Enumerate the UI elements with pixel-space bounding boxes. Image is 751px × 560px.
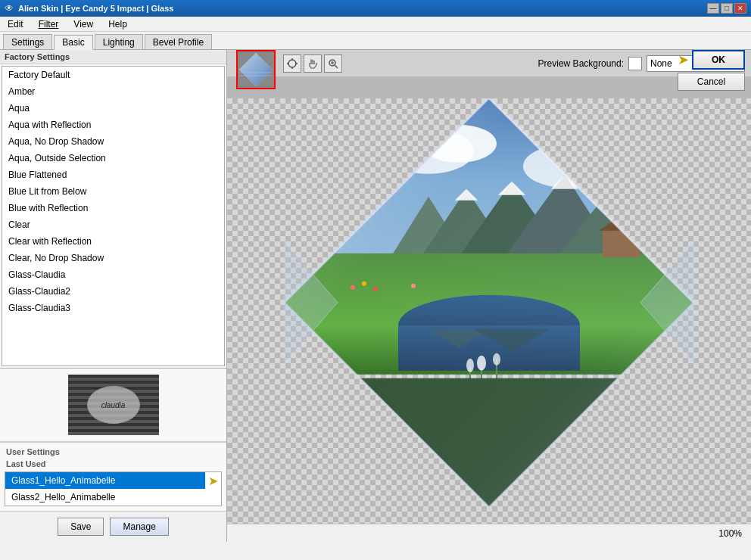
preview-bg-value: None <box>650 58 672 69</box>
list-item-clear-reflection[interactable]: Clear with Reflection <box>2 233 224 250</box>
list-item-aqua[interactable]: Aqua <box>2 100 224 117</box>
tabs-bar: Settings Basic Lighting Bevel Profile <box>0 32 751 50</box>
list-item-glass-claudia[interactable]: Glass-Claudia <box>2 266 224 283</box>
tab-bevel-profile[interactable]: Bevel Profile <box>145 34 212 49</box>
list-item-glass-claudia2[interactable]: Glass-Claudia2 <box>2 283 224 300</box>
save-button[interactable]: Save <box>58 518 104 536</box>
svg-line-10 <box>335 65 338 68</box>
cancel-button[interactable]: Cancel <box>678 73 745 91</box>
preview-toolbar: Preview Background: None ▼ <box>227 50 751 77</box>
list-item-glass-claudia3[interactable]: Glass-Claudia3 <box>2 300 224 316</box>
pan-icon[interactable] <box>283 54 301 73</box>
main-layout: Factory Settings Factory Default Amber A… <box>0 50 751 542</box>
list-item-aqua-outside[interactable]: Aqua, Outside Selection <box>2 150 224 166</box>
list-item-amber[interactable]: Amber <box>2 83 224 100</box>
menu-filter[interactable]: Filter <box>34 17 64 31</box>
menu-help[interactable]: Help <box>104 17 132 31</box>
last-used-header: Last Used <box>3 458 223 470</box>
window-title: Alien Skin | Eye Candy 5 Impact | Glass <box>18 4 173 13</box>
tab-lighting[interactable]: Lighting <box>95 34 143 49</box>
title-bar: 👁 Alien Skin | Eye Candy 5 Impact | Glas… <box>0 0 751 17</box>
list-item-blue-flattened[interactable]: Blue Flattened <box>2 166 224 183</box>
canvas-area <box>227 98 751 524</box>
ok-cancel-area: ➤ OK Cancel <box>678 50 745 91</box>
close-button[interactable]: ✕ <box>734 3 746 14</box>
factory-settings-header: Factory Settings <box>0 50 226 64</box>
diamond-preview-svg <box>277 98 701 515</box>
list-item-aqua-reflection[interactable]: Aqua with Reflection <box>2 117 224 133</box>
selected-arrow-icon: ➤ <box>205 474 221 488</box>
svg-point-18 <box>565 142 625 176</box>
list-item-aqua-no-drop[interactable]: Aqua, No Drop Shadow <box>2 133 224 150</box>
list-item-clear[interactable]: Clear <box>2 216 224 233</box>
hand-icon[interactable] <box>304 54 322 73</box>
preview-bg-label: Preview Background: <box>538 58 624 69</box>
list-item-factory-default[interactable]: Factory Default <box>2 67 224 83</box>
bg-color-swatch[interactable] <box>628 57 642 70</box>
zoom-level: 100% <box>718 528 742 539</box>
bottom-buttons: Save Manage <box>0 511 226 542</box>
factory-settings-container: Factory Settings Factory Default Amber A… <box>0 50 226 369</box>
list-item-clear-no-drop[interactable]: Clear, No Drop Shadow <box>2 250 224 266</box>
toolbar-icons <box>283 54 342 73</box>
tab-settings[interactable]: Settings <box>3 34 52 49</box>
right-panel: Preview Background: None ▼ <box>227 50 751 542</box>
user-list-item-glass1[interactable]: Glass1_Hello_Animabelle <box>5 472 205 489</box>
svg-point-4 <box>288 60 296 67</box>
factory-settings-list[interactable]: Factory Default Amber Aqua Aqua with Ref… <box>2 66 225 366</box>
user-settings-list[interactable]: Glass1_Hello_Animabelle ➤ Glass2_Hello_A… <box>5 471 222 506</box>
menu-view[interactable]: View <box>69 17 98 31</box>
watermark-preview: claudia <box>0 369 226 442</box>
menu-bar: Edit Filter View Help <box>0 17 751 32</box>
tab-basic[interactable]: Basic <box>54 35 92 50</box>
user-settings-header: User Settings <box>3 446 223 458</box>
menu-edit[interactable]: Edit <box>3 17 28 31</box>
left-panel: Factory Settings Factory Default Amber A… <box>0 50 227 542</box>
zoom-icon[interactable] <box>324 54 342 73</box>
ok-arrow-icon: ➤ <box>678 51 689 68</box>
user-settings-section: User Settings Last Used Glass1_Hello_Ani… <box>0 442 226 511</box>
maximize-button[interactable]: □ <box>721 3 733 14</box>
list-item-blue-reflection[interactable]: Blue with Reflection <box>2 200 224 216</box>
app-icon: 👁 <box>5 3 14 14</box>
svg-marker-45 <box>285 98 693 507</box>
preview-top-band <box>227 77 751 98</box>
status-bar: 100% <box>227 524 751 542</box>
svg-marker-1 <box>239 53 273 86</box>
user-list-item-glass2[interactable]: Glass2_Hello_Animabelle <box>5 489 221 506</box>
ok-button[interactable]: OK <box>692 50 745 70</box>
minimize-button[interactable]: — <box>707 3 719 14</box>
manage-button[interactable]: Manage <box>110 518 168 536</box>
preview-thumbnail <box>236 50 276 89</box>
list-item-blue-lit[interactable]: Blue Lit from Below <box>2 183 224 200</box>
